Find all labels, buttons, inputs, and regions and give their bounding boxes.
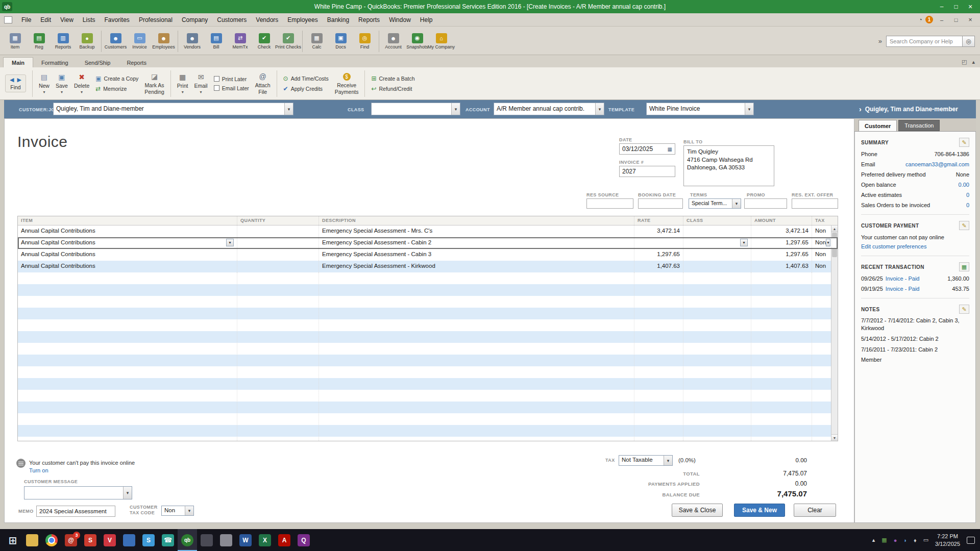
menu-reports[interactable]: Reports	[354, 15, 384, 25]
collapse-ribbon-icon[interactable]	[972, 59, 975, 65]
account-dropdown[interactable]: A/R Member annual cap contrib.	[494, 103, 604, 115]
toolbar-vendors[interactable]: Vendors	[180, 33, 204, 49]
receive-payments-button[interactable]: ReceivePayments	[335, 72, 359, 94]
dropdown-arrow-icon[interactable]	[185, 506, 193, 515]
find-back-button[interactable]	[10, 77, 14, 83]
tax-cell[interactable]: Non	[812, 237, 832, 249]
dropdown-arrow-icon[interactable]	[123, 487, 132, 499]
toolbar-snapshots[interactable]: Snapshots	[405, 33, 429, 49]
toolbar-invoice[interactable]: Invoice	[128, 33, 152, 49]
save-new-button[interactable]: Save & New	[734, 504, 785, 517]
description-cell[interactable]: Emergency Special Assessment - Kirkwood	[319, 261, 634, 272]
class-dropdown[interactable]	[371, 103, 460, 115]
maximize-button[interactable]	[949, 2, 963, 11]
microphone-icon[interactable]	[914, 537, 917, 543]
tax-dropdown[interactable]: Not Taxable	[619, 455, 673, 466]
customer-job-dropdown[interactable]: Quigley, Tim and Diane-member	[53, 103, 293, 115]
app-icon[interactable]	[119, 529, 139, 551]
create-copy-button[interactable]: Create a Copy	[95, 75, 138, 82]
toolbar-overflow-icon[interactable]	[878, 37, 882, 45]
edit-notes-button[interactable]	[959, 305, 969, 314]
refund-credit-button[interactable]: Refund/Credit	[371, 85, 414, 92]
notification-center-icon[interactable]	[967, 537, 975, 544]
toolbar-backup[interactable]: Backup	[75, 33, 99, 49]
booking-date-field[interactable]	[638, 198, 683, 209]
toolbar-calc[interactable]: Calc	[305, 33, 329, 49]
rate-cell[interactable]: 3,472.14	[634, 226, 683, 237]
find-button[interactable]: Find	[10, 84, 20, 90]
display-icon[interactable]	[923, 537, 928, 543]
skype-icon[interactable]	[139, 529, 158, 551]
table-scrollbar[interactable]	[831, 226, 838, 441]
toolbar-reports[interactable]: Reports	[51, 33, 75, 49]
template-dropdown[interactable]: White Pine Invoice	[646, 103, 754, 115]
scroll-up-icon[interactable]	[831, 226, 838, 232]
tax-cell[interactable]: Non	[812, 249, 832, 261]
edit-payment-button[interactable]	[959, 221, 969, 230]
menu-file[interactable]: File	[17, 15, 35, 25]
menu-window[interactable]: Window	[385, 15, 415, 25]
create-batch-button[interactable]: Create a Batch	[371, 75, 414, 82]
menu-favorites[interactable]: Favorites	[101, 15, 134, 25]
active-estimates-link[interactable]: 0	[966, 192, 969, 198]
acrobat-icon[interactable]	[275, 529, 294, 551]
amount-cell[interactable]: 3,472.14	[751, 226, 812, 237]
menu-view[interactable]: View	[56, 15, 78, 25]
invoice-paid-link[interactable]: Invoice - Paid	[886, 276, 920, 282]
toolbar-docs[interactable]: Docs	[329, 33, 353, 49]
class-cell[interactable]	[683, 249, 751, 261]
child-close-button[interactable]	[965, 16, 976, 24]
invoice-paid-link[interactable]: Invoice - Paid	[886, 286, 920, 292]
dropdown-arrow-icon[interactable]	[451, 103, 460, 115]
search-input[interactable]	[886, 36, 963, 47]
turn-on-link[interactable]: Turn on	[29, 467, 48, 473]
quickbooks-taskbar-icon[interactable]	[178, 529, 197, 551]
add-time-costs-button[interactable]: Add Time/Costs	[283, 75, 329, 82]
description-cell[interactable]: Emergency Special Assessment - Cabin 2	[319, 237, 634, 249]
quantity-cell[interactable]	[237, 249, 319, 261]
amount-cell[interactable]: 1,297.65	[751, 237, 812, 249]
clock[interactable]: 7:22 PM 3/12/2025	[935, 533, 960, 547]
class-cell[interactable]	[683, 226, 751, 237]
memo-field[interactable]: 2024 Special Assessment	[36, 506, 115, 517]
sales-orders-link[interactable]: 0	[966, 202, 969, 208]
amount-cell[interactable]: 1,407.63	[751, 261, 812, 272]
transaction-list-button[interactable]	[959, 262, 969, 271]
toolbar-find[interactable]: Find	[353, 33, 377, 49]
menu-edit[interactable]: Edit	[36, 15, 55, 25]
app-icon[interactable]	[216, 529, 236, 551]
tray-icon[interactable]	[894, 537, 897, 543]
invoice-number-field[interactable]: 2027	[619, 166, 675, 177]
tab-reports[interactable]: Reports	[118, 58, 155, 67]
calendar-icon[interactable]	[668, 146, 672, 152]
res-ext-offer-field[interactable]	[792, 198, 838, 209]
menu-vendors[interactable]: Vendors	[252, 15, 282, 25]
find-forward-button[interactable]	[17, 77, 21, 83]
tax-cell[interactable]: Non	[812, 261, 832, 272]
quantity-cell[interactable]	[237, 226, 319, 237]
app-icon[interactable]	[197, 529, 216, 551]
dropdown-arrow-icon[interactable]	[732, 199, 741, 208]
tab-send-ship[interactable]: Send/Ship	[77, 58, 119, 67]
menu-employees[interactable]: Employees	[283, 15, 322, 25]
start-button[interactable]	[3, 529, 22, 551]
item-cell[interactable]: Annual Capital Contributions	[18, 249, 237, 261]
app-icon[interactable]	[81, 529, 100, 551]
open-balance-link[interactable]: 0.00	[959, 182, 969, 188]
dropdown-arrow-icon[interactable]	[226, 239, 234, 246]
quantity-cell[interactable]	[237, 261, 319, 272]
edit-summary-button[interactable]	[959, 138, 969, 147]
apply-credits-button[interactable]: Apply Credits	[283, 85, 329, 92]
menu-help[interactable]: Help	[416, 15, 437, 25]
res-source-field[interactable]	[586, 198, 633, 209]
delete-button[interactable]: Delete	[74, 72, 89, 94]
description-cell[interactable]: Emergency Special Assessment - Mrs. C's	[319, 226, 634, 237]
dropdown-arrow-icon[interactable]	[826, 239, 830, 246]
mark-as-pending-button[interactable]: Mark AsPending	[144, 72, 164, 94]
quantity-cell[interactable]	[237, 237, 319, 249]
menu-banking[interactable]: Banking	[323, 15, 353, 25]
save-close-button[interactable]: Save & Close	[672, 504, 723, 517]
dropdown-arrow-icon[interactable]	[664, 456, 672, 465]
menu-lists[interactable]: Lists	[79, 15, 100, 25]
panel-header[interactable]: Quigley, Tim and Diane-member	[854, 100, 976, 118]
